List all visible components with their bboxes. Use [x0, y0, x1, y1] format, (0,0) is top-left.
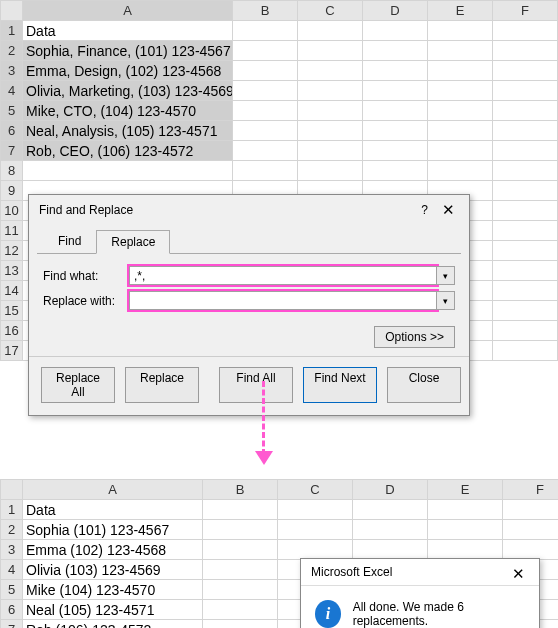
cell[interactable] [493, 221, 558, 241]
cell[interactable] [363, 141, 428, 161]
cell[interactable] [428, 161, 493, 181]
tab-replace[interactable]: Replace [96, 230, 170, 254]
row-header[interactable]: 7 [1, 141, 23, 161]
col-header-f[interactable]: F [503, 480, 559, 500]
cell[interactable] [298, 141, 363, 161]
row-header[interactable]: 4 [1, 81, 23, 101]
cell[interactable] [353, 500, 428, 520]
row-header[interactable]: 3 [1, 61, 23, 81]
cell[interactable] [503, 540, 559, 560]
cell[interactable] [363, 61, 428, 81]
col-header-e[interactable]: E [428, 1, 493, 21]
cell[interactable]: Rob (106) 123-4572 [23, 620, 203, 629]
cell[interactable] [298, 41, 363, 61]
cell[interactable] [428, 121, 493, 141]
row-header[interactable]: 1 [1, 21, 23, 41]
cell[interactable] [493, 341, 558, 361]
cell[interactable] [493, 81, 558, 101]
row-header[interactable]: 15 [1, 301, 23, 321]
cell[interactable] [233, 121, 298, 141]
row-header[interactable]: 10 [1, 201, 23, 221]
row-header[interactable]: 13 [1, 261, 23, 281]
cell[interactable] [298, 21, 363, 41]
row-header[interactable]: 4 [1, 560, 23, 580]
cell[interactable]: Emma (102) 123-4568 [23, 540, 203, 560]
cell[interactable] [493, 181, 558, 201]
cell[interactable] [428, 81, 493, 101]
cell[interactable] [428, 141, 493, 161]
col-header-a[interactable]: A [23, 1, 233, 21]
cell[interactable] [298, 101, 363, 121]
cell[interactable] [278, 500, 353, 520]
row-header[interactable]: 7 [1, 620, 23, 629]
cell[interactable] [203, 520, 278, 540]
cell[interactable] [233, 41, 298, 61]
cell[interactable] [493, 41, 558, 61]
cell[interactable] [503, 520, 559, 540]
row-header[interactable]: 2 [1, 41, 23, 61]
col-header-c[interactable]: C [298, 1, 363, 21]
cell[interactable] [203, 500, 278, 520]
col-header-d[interactable]: D [363, 1, 428, 21]
col-header-d[interactable]: D [353, 480, 428, 500]
find-what-input[interactable] [129, 266, 437, 285]
cell[interactable] [203, 620, 278, 629]
cell[interactable] [278, 540, 353, 560]
cell[interactable] [298, 121, 363, 141]
cell[interactable] [363, 21, 428, 41]
cell[interactable]: Data [23, 500, 203, 520]
cell[interactable] [493, 141, 558, 161]
cell[interactable] [493, 321, 558, 341]
cell[interactable] [278, 520, 353, 540]
row-header[interactable]: 6 [1, 600, 23, 620]
row-header[interactable]: 14 [1, 281, 23, 301]
cell[interactable] [428, 540, 503, 560]
cell[interactable] [493, 161, 558, 181]
cell[interactable] [203, 540, 278, 560]
cell[interactable] [203, 560, 278, 580]
cell[interactable] [298, 81, 363, 101]
cell[interactable]: Olivia (103) 123-4569 [23, 560, 203, 580]
row-header[interactable]: 9 [1, 181, 23, 201]
cell[interactable] [233, 61, 298, 81]
col-header-e[interactable]: E [428, 480, 503, 500]
cell[interactable] [493, 201, 558, 221]
cell[interactable] [23, 161, 233, 181]
cell[interactable] [353, 520, 428, 540]
cell[interactable]: Sophia, Finance, (101) 123-4567 [23, 41, 233, 61]
cell[interactable]: Sophia (101) 123-4567 [23, 520, 203, 540]
cell[interactable] [363, 101, 428, 121]
cell[interactable]: Data [23, 21, 233, 41]
cell[interactable] [428, 101, 493, 121]
cell[interactable] [233, 141, 298, 161]
cell[interactable] [493, 101, 558, 121]
row-header[interactable]: 6 [1, 121, 23, 141]
cell[interactable] [353, 540, 428, 560]
cell[interactable] [493, 241, 558, 261]
cell[interactable]: Mike (104) 123-4570 [23, 580, 203, 600]
cell[interactable] [493, 61, 558, 81]
row-header[interactable]: 5 [1, 101, 23, 121]
col-header-b[interactable]: B [233, 1, 298, 21]
row-header[interactable]: 1 [1, 500, 23, 520]
cell[interactable] [363, 81, 428, 101]
cell[interactable] [203, 600, 278, 620]
cell[interactable] [203, 580, 278, 600]
row-header[interactable]: 3 [1, 540, 23, 560]
cell[interactable] [493, 281, 558, 301]
cell[interactable]: Emma, Design, (102) 123-4568 [23, 61, 233, 81]
row-header[interactable]: 16 [1, 321, 23, 341]
cell[interactable] [428, 41, 493, 61]
cell[interactable] [503, 500, 559, 520]
row-header[interactable]: 17 [1, 341, 23, 361]
cell[interactable] [428, 21, 493, 41]
cell[interactable] [298, 61, 363, 81]
cell[interactable]: Neal, Analysis, (105) 123-4571 [23, 121, 233, 141]
cell[interactable]: Olivia, Marketing, (103) 123-4569 [23, 81, 233, 101]
row-header[interactable]: 5 [1, 580, 23, 600]
cell[interactable]: Mike, CTO, (104) 123-4570 [23, 101, 233, 121]
select-all-corner[interactable] [1, 480, 23, 500]
cell[interactable] [493, 261, 558, 281]
close-icon[interactable]: ✕ [506, 565, 531, 583]
row-header[interactable]: 8 [1, 161, 23, 181]
